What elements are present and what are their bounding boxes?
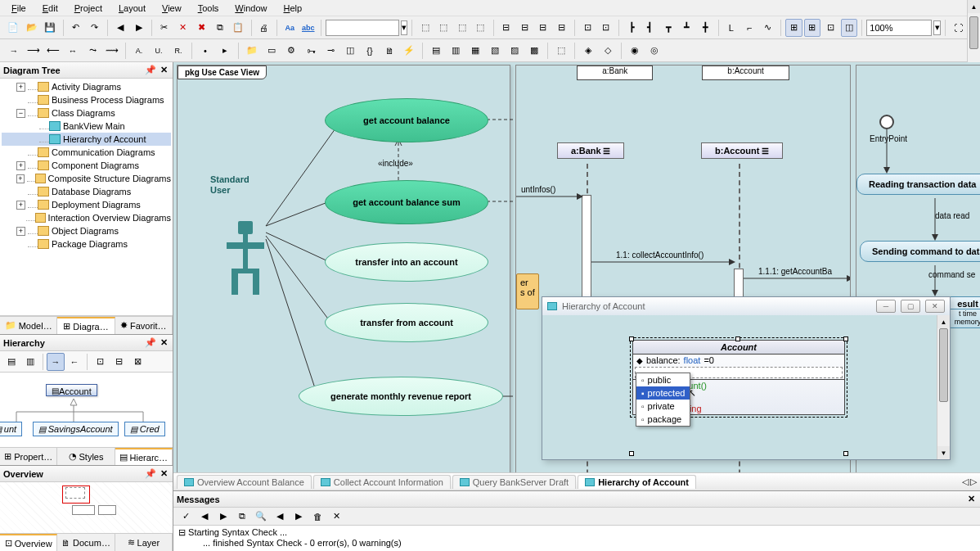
- arrow-icon-2[interactable]: ⟶: [25, 42, 43, 60]
- combo-1[interactable]: [326, 20, 399, 36]
- nav-icon-1[interactable]: ⬚: [416, 19, 434, 37]
- bullet-icon[interactable]: •: [196, 42, 214, 60]
- gear-icon[interactable]: ⚙: [282, 42, 300, 60]
- m-icon-4[interactable]: ⧉: [233, 508, 251, 526]
- m-icon-7[interactable]: ▶: [290, 508, 308, 526]
- route-icon-2[interactable]: ⌐: [741, 19, 758, 37]
- h-icon-3[interactable]: →: [47, 353, 65, 371]
- menu-edit[interactable]: Edit: [34, 2, 66, 15]
- cut-icon[interactable]: ✂: [156, 19, 173, 37]
- m-icon-5[interactable]: 🔍: [252, 508, 270, 526]
- sig-icon[interactable]: ▩: [525, 42, 543, 60]
- h-icon-1[interactable]: ▤: [2, 353, 20, 371]
- tog2-icon[interactable]: ◇: [599, 42, 617, 60]
- menu-tools[interactable]: Tools: [190, 2, 227, 15]
- inner-titlebar[interactable]: Hierarchy of Account ─ ▢ ✕: [542, 297, 950, 315]
- tree-item[interactable]: Database Diagrams: [2, 185, 171, 198]
- tab-hierarchy[interactable]: ▤ Hierarc…: [115, 448, 173, 465]
- flash-icon[interactable]: ⚡: [400, 42, 418, 60]
- inner-window-hierarchy[interactable]: Hierarchy of Account ─ ▢ ✕ ▲▼ Account ◆ …: [542, 296, 951, 460]
- combo-1-drop[interactable]: ▾: [401, 20, 408, 35]
- inner-canvas[interactable]: ▲▼ Account ◆ balance:float=0 ◇ ctor» Acc…: [542, 315, 950, 459]
- tree-item[interactable]: Interaction Overview Diagrams: [2, 211, 171, 224]
- nav-icon-2[interactable]: ⬚: [435, 19, 452, 37]
- box-icon[interactable]: ▭: [263, 42, 281, 60]
- doctab-overview-balance[interactable]: Overview Account Balance: [177, 475, 312, 489]
- m-icon-9[interactable]: ✕: [327, 508, 345, 526]
- doctab-hierarchy[interactable]: Hierarchy of Account: [578, 475, 696, 489]
- prim-icon[interactable]: ▨: [506, 42, 524, 60]
- menu-project[interactable]: Project: [66, 2, 110, 15]
- lolli-icon[interactable]: ⊸: [321, 42, 339, 60]
- arrow-right-icon[interactable]: ▸: [216, 42, 234, 60]
- hier-child-3[interactable]: ▤ Cred: [124, 422, 165, 436]
- overview-canvas[interactable]: [0, 482, 173, 533]
- menu-view[interactable]: View: [154, 2, 190, 15]
- find-icon[interactable]: abc: [299, 19, 317, 37]
- close-icon[interactable]: ✕: [965, 494, 977, 505]
- arrow-icon-6[interactable]: ⟿: [103, 42, 121, 60]
- arrow-icon-1[interactable]: →: [5, 42, 23, 60]
- copy-icon[interactable]: ⧉: [211, 19, 228, 37]
- port-icon[interactable]: ◫: [341, 42, 359, 60]
- combined-fragment[interactable]: er s of: [516, 273, 539, 309]
- lifeline-b[interactable]: b:Account ☰: [701, 142, 783, 159]
- vis-protected[interactable]: ▪ protected: [636, 386, 690, 400]
- enum-icon[interactable]: ▦: [466, 42, 484, 60]
- tree-item[interactable]: +Object Diagrams: [2, 224, 171, 237]
- doctab-query-draft[interactable]: Query BankServer Draft: [452, 475, 576, 489]
- space-icon-1[interactable]: ⊡: [579, 19, 596, 37]
- text-r-icon[interactable]: R.: [169, 42, 187, 60]
- tab-documentation[interactable]: 🗎 Docum…: [57, 534, 115, 551]
- m-icon-3[interactable]: ▶: [214, 508, 232, 526]
- attr-balance[interactable]: ◆ balance:float=0: [633, 355, 844, 366]
- folder-icon[interactable]: 📁: [243, 42, 261, 60]
- paste-icon[interactable]: 📋: [230, 19, 247, 37]
- grid-icon-4[interactable]: ◫: [841, 19, 858, 37]
- tab-styles[interactable]: ◔ Styles: [57, 448, 115, 465]
- tab-model[interactable]: 📁 Model…: [0, 317, 57, 334]
- inner-scrollbar[interactable]: ▲▼: [937, 315, 950, 459]
- print-icon[interactable]: 🖨: [255, 19, 272, 37]
- dist-icon-2[interactable]: ┫: [641, 19, 659, 37]
- h-icon-4[interactable]: ←: [65, 353, 83, 371]
- pin-icon[interactable]: 📌: [145, 65, 156, 76]
- tree-item[interactable]: Business Process Diagrams: [2, 93, 171, 106]
- hier-root[interactable]: ▤ Account: [46, 384, 97, 396]
- tree-item[interactable]: BankView Main: [2, 120, 171, 133]
- class-icon[interactable]: ▤: [427, 42, 445, 60]
- text-u-icon[interactable]: U.: [150, 42, 168, 60]
- text-a-icon[interactable]: A.: [130, 42, 148, 60]
- save-icon[interactable]: 💾: [42, 19, 59, 37]
- arrow-icon-5[interactable]: ⤳: [83, 42, 101, 60]
- fit-icon[interactable]: ⛶: [950, 19, 967, 37]
- usecase-node[interactable]: generate monthly revenue report: [299, 377, 503, 416]
- usecase-node[interactable]: transfer from account: [325, 303, 488, 342]
- vis-package[interactable]: ▫ package: [636, 413, 690, 426]
- tog1-icon[interactable]: ◈: [579, 42, 597, 60]
- tree-item[interactable]: +Deployment Diagrams: [2, 198, 171, 211]
- redo-icon[interactable]: ↷: [86, 19, 103, 37]
- tab-layer[interactable]: ≋ Layer: [115, 534, 173, 551]
- align-icon-1[interactable]: ⊟: [498, 19, 515, 37]
- tab-next-icon[interactable]: ▷: [970, 476, 977, 487]
- iface-icon[interactable]: ▥: [447, 42, 465, 60]
- vis-public[interactable]: ▫ public: [636, 373, 690, 386]
- h-icon-2[interactable]: ▥: [21, 353, 39, 371]
- tree-item[interactable]: Hierarchy of Account: [2, 133, 171, 146]
- tree-item[interactable]: Communication Diagrams: [2, 146, 171, 159]
- route-icon-1[interactable]: L: [723, 19, 740, 37]
- usecase-node[interactable]: get account balance: [325, 98, 488, 142]
- brace-icon[interactable]: {}: [361, 42, 379, 60]
- close-icon[interactable]: ✕: [158, 468, 169, 480]
- hier-child-2[interactable]: ▤ SavingsAccount: [33, 422, 119, 436]
- tree-item[interactable]: +Activity Diagrams: [2, 80, 171, 93]
- visibility-menu[interactable]: ▫ public ▪ protected ▫ private ▫ package: [636, 373, 690, 427]
- dtype-icon[interactable]: ▧: [486, 42, 504, 60]
- menu-help[interactable]: Help: [276, 2, 311, 15]
- lifeline-a[interactable]: a:Bank ☰: [557, 142, 624, 159]
- note-icon[interactable]: 🗎: [380, 42, 398, 60]
- actor-icon[interactable]: [222, 221, 267, 301]
- close-icon[interactable]: ✕: [158, 337, 169, 349]
- dist-icon-5[interactable]: ╋: [697, 19, 714, 37]
